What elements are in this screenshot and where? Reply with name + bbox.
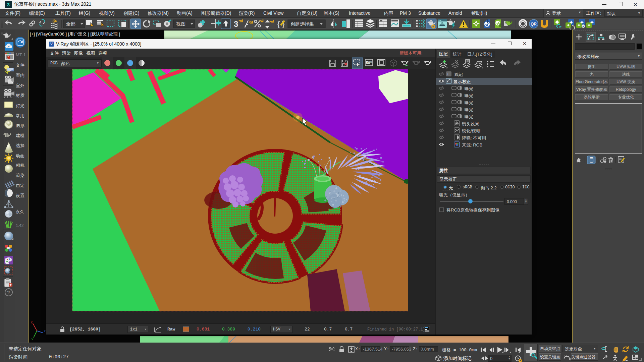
svg-text:视图: 视图 bbox=[176, 21, 185, 26]
svg-text:x: x bbox=[31, 320, 33, 324]
svg-text:z: z bbox=[44, 329, 46, 333]
svg-text:?: ? bbox=[7, 290, 10, 295]
svg-text:全部: 全部 bbox=[66, 21, 75, 26]
svg-text:y: y bbox=[32, 337, 33, 340]
svg-text:%: % bbox=[370, 60, 372, 63]
svg-text:3: 3 bbox=[234, 19, 238, 28]
svg-text:创建选择集: 创建选择集 bbox=[290, 21, 314, 26]
svg-text:{: { bbox=[277, 20, 280, 28]
svg-text:i: i bbox=[447, 72, 448, 76]
svg-text:QR: QR bbox=[531, 22, 537, 26]
